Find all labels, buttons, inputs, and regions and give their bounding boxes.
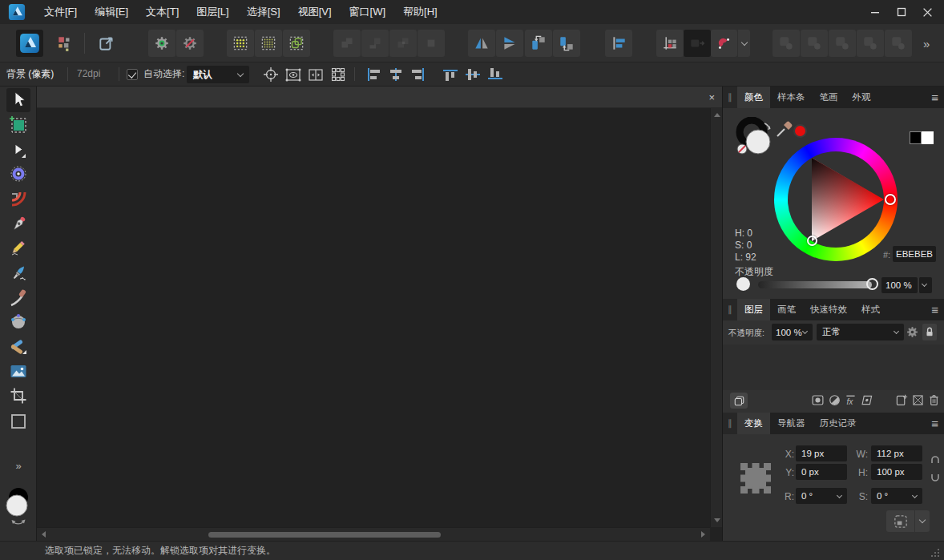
y-input[interactable]: 0 px — [796, 464, 847, 480]
align-right-button[interactable] — [408, 65, 429, 84]
panel-grip[interactable]: ∥ — [723, 413, 737, 434]
move-tool[interactable] — [9, 90, 28, 109]
hue-selector[interactable] — [885, 194, 896, 205]
knife-tool[interactable] — [9, 288, 28, 308]
menu-view[interactable]: 视图[V] — [289, 0, 341, 24]
snapping-dropdown-chevron[interactable] — [738, 30, 750, 57]
scroll-right-arrow[interactable] — [701, 531, 705, 538]
menu-layer[interactable]: 图层[L] — [188, 0, 237, 24]
tab-quick-fx[interactable]: 快速特效 — [803, 299, 854, 320]
vertical-scrollbar[interactable] — [710, 108, 722, 527]
point-transform-tool[interactable] — [9, 164, 28, 183]
node-tool[interactable] — [9, 141, 28, 160]
panel-menu-icon[interactable]: ≡ — [931, 299, 938, 320]
tab-navigator[interactable]: 导航器 — [770, 413, 813, 434]
flip-horizontal-button[interactable] — [468, 30, 495, 57]
fill-stroke-selector[interactable] — [734, 117, 777, 160]
saturation-lightness-triangle[interactable] — [774, 138, 898, 261]
artboard-tool[interactable] — [9, 115, 28, 135]
insert-behind-button-disabled[interactable] — [801, 30, 828, 57]
hex-input[interactable]: EBEBEB — [893, 246, 936, 262]
black-white-swatch[interactable] — [910, 131, 934, 144]
scroll-left-arrow[interactable] — [42, 531, 46, 538]
guides-button[interactable] — [656, 30, 684, 57]
document-close-icon[interactable]: × — [708, 87, 715, 108]
white-swatch[interactable] — [922, 131, 934, 144]
boolean-intersect-button[interactable] — [389, 30, 417, 57]
transparency-tool[interactable] — [9, 337, 28, 357]
alignment-button[interactable] — [605, 30, 632, 57]
shear-dropdown[interactable]: 0 ° — [871, 488, 922, 504]
disabled-snap-gear-icon[interactable] — [176, 30, 204, 57]
designer-persona-button[interactable] — [16, 30, 43, 57]
export-persona-button[interactable] — [93, 30, 120, 57]
show-selection-box-button[interactable] — [282, 65, 305, 84]
boolean-subtract-button[interactable] — [361, 30, 389, 57]
tab-transform[interactable]: 变换 — [737, 413, 770, 434]
insert-below-button-disabled[interactable] — [857, 30, 884, 57]
transform-mode-button[interactable] — [886, 510, 914, 532]
align-bottom-button[interactable] — [485, 65, 506, 84]
adjustment-layer-icon[interactable] — [828, 393, 841, 407]
align-left-button[interactable] — [363, 65, 384, 84]
panel-menu-icon[interactable]: ≡ — [931, 413, 938, 434]
color-picker-eyedropper[interactable] — [774, 119, 795, 139]
tab-stroke[interactable]: 笔画 — [813, 87, 845, 108]
snapping-magnet-button[interactable] — [711, 30, 737, 57]
blend-options-gear-icon[interactable] — [906, 326, 918, 338]
transform-mode-chevron[interactable] — [915, 510, 930, 532]
w-input[interactable]: 112 px — [871, 445, 922, 461]
menu-select[interactable]: 选择[S] — [238, 0, 289, 24]
flip-vertical-button[interactable] — [496, 30, 523, 57]
edit-all-layers-button[interactable] — [327, 65, 349, 84]
snap-shapes-button[interactable] — [283, 30, 310, 57]
place-image-tool[interactable] — [9, 362, 28, 381]
snap-grid-button[interactable] — [227, 30, 254, 57]
snap-pixel-button[interactable] — [255, 30, 282, 57]
scroll-up-arrow[interactable] — [714, 113, 720, 117]
layer-stack-button[interactable] — [730, 393, 748, 409]
rectangle-tool[interactable] — [9, 412, 28, 431]
pen-tool[interactable] — [9, 215, 28, 234]
menu-window[interactable]: 窗口[W] — [341, 0, 395, 24]
transform-mode-toggle[interactable] — [684, 30, 711, 57]
opacity-dropdown-chevron[interactable] — [918, 277, 932, 293]
align-center-button[interactable] — [385, 65, 406, 84]
tab-color[interactable]: 颜色 — [737, 87, 770, 108]
delete-layer-icon[interactable] — [927, 393, 941, 407]
auto-select-checkbox[interactable] — [127, 69, 138, 80]
snapping-settings-gear-icon[interactable] — [148, 30, 175, 57]
horizontal-scrollbar[interactable] — [37, 527, 710, 541]
new-pixel-layer-icon[interactable] — [911, 393, 925, 407]
boolean-divide-button[interactable] — [418, 30, 445, 57]
opacity-slider-handle[interactable] — [866, 278, 878, 290]
opacity-slider-track[interactable] — [758, 281, 872, 288]
color-wheel[interactable] — [774, 138, 898, 261]
new-layer-icon[interactable] — [894, 393, 908, 407]
shade-selector[interactable] — [807, 236, 817, 246]
vector-crop-tool[interactable] — [9, 386, 28, 405]
insert-inside-button-disabled[interactable] — [773, 30, 800, 57]
tab-styles[interactable]: 样式 — [854, 299, 887, 320]
transform-origin-button[interactable] — [305, 65, 327, 84]
corner-tool[interactable] — [9, 189, 28, 208]
panel-grip[interactable]: ∥ — [723, 299, 737, 320]
pixel-persona-button[interactable] — [51, 30, 79, 57]
mask-layer-icon[interactable] — [811, 393, 825, 407]
layers-list-empty[interactable] — [723, 344, 944, 390]
tab-brushes[interactable]: 画笔 — [770, 299, 803, 320]
insert-replace-button-disabled[interactable] — [885, 30, 912, 57]
black-swatch[interactable] — [910, 131, 922, 144]
x-input[interactable]: 19 px — [796, 445, 847, 461]
panel-grip[interactable]: ∥ — [723, 87, 737, 108]
close-button[interactable] — [914, 0, 941, 24]
toolbar-overflow[interactable]: » — [923, 24, 930, 62]
opacity-value-field[interactable]: 100 % — [881, 277, 918, 293]
rotate-cw-button[interactable] — [553, 30, 580, 57]
horizontal-scroll-thumb[interactable] — [208, 532, 441, 538]
recent-color-swatch[interactable] — [793, 124, 807, 138]
menu-file[interactable]: 文件[F] — [35, 0, 86, 24]
align-middle-button[interactable] — [462, 65, 483, 84]
anchor-point-selector[interactable] — [736, 461, 775, 498]
menu-text[interactable]: 文本[T] — [137, 0, 188, 24]
